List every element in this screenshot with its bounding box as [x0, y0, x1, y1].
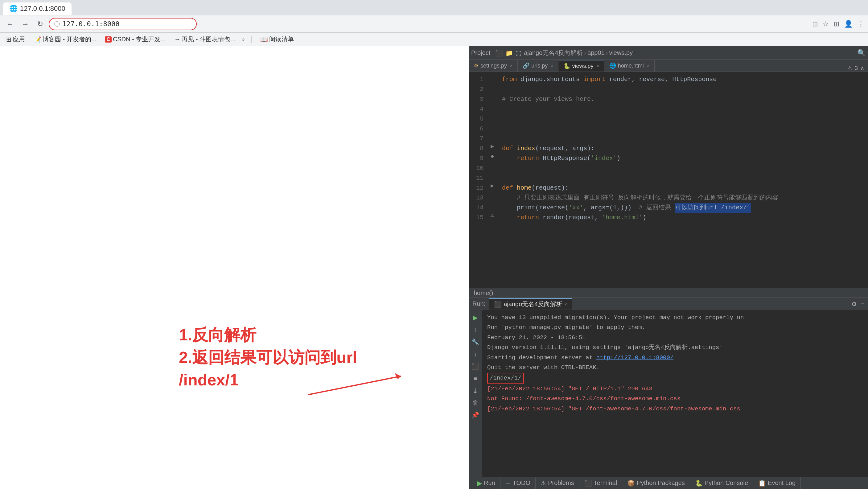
run-scroll-button[interactable]: ⤓ [471, 386, 479, 396]
status-problems[interactable]: ⚠ Problems [536, 477, 579, 489]
bookmark-icon[interactable]: ☆ [823, 20, 829, 28]
run-settings-icon[interactable]: ⚙ [851, 300, 857, 308]
search-icon[interactable]: 🔍 [857, 49, 866, 57]
code-line-13: # 只要正则表达式里面 有正则符号 反向解析的时候，就需要给一个正则符号能够匹配… [497, 193, 868, 203]
editor-tabs: ⚙ settings.py × 🔗 urls.py × 🐍 views.py ×… [469, 60, 868, 72]
run-pin-button[interactable]: 📌 [470, 410, 480, 420]
reload-button[interactable]: ↻ [34, 19, 45, 30]
address-icon: ⓘ [54, 20, 60, 28]
home-icon: 🌐 [609, 62, 616, 69]
packages-icon: 📦 [627, 480, 635, 487]
gutter: ▶ ◆ ▶ ⚠ [487, 72, 497, 288]
ide-breadcrumb: ajango无名4反向解析 › app01 › views.py [524, 49, 633, 57]
tab-views[interactable]: 🐍 views.py × [558, 60, 604, 71]
zaijian-icon: → [174, 36, 180, 43]
profile-icon[interactable]: 👤 [844, 20, 852, 28]
run-up-button[interactable]: ↑ [473, 325, 478, 335]
breadcrumb-file: views.py [609, 49, 633, 56]
status-python-packages[interactable]: 📦 Python Packages [622, 477, 690, 489]
topbar-icon3[interactable]: ⬚ [516, 49, 521, 57]
bookmark-label-3: 再见 - 斗图表情包... [182, 35, 235, 43]
warning-count: 3 [855, 65, 858, 71]
bookmarks-bar: ⊞ 应用 📝 博客园 - 开发者的... C CSDN - 专业开发... → … [0, 33, 868, 46]
tab-favicon: 🌐 [9, 5, 18, 13]
run-line-7: /index/1/ [487, 372, 863, 384]
topbar-icon1[interactable]: ⬛ [495, 49, 503, 57]
run-header: Run: ⬛ ajango无名4反向解析 × ⚙ − [469, 298, 868, 310]
editor-area: 1 2 3 4 5 6 7 8 9 10 11 12 13 14 15 [469, 72, 868, 288]
status-python-console[interactable]: 🐍 Python Console [690, 477, 753, 489]
status-event-log[interactable]: 📋 Event Log [753, 477, 801, 489]
run-line-4: Django version 1.11.11, using settings '… [487, 342, 863, 353]
ide-panel: Project ⬛ 📁 ⬚ ajango无名4反向解析 › app01 › vi… [469, 46, 868, 489]
urls-icon: 🔗 [523, 62, 529, 69]
code-line-11 [497, 173, 868, 183]
run-line-8: [21/Feb/2022 18:56:54] "GET / HTTP/1.1" … [487, 384, 863, 394]
tab-urls[interactable]: 🔗 urls.py × [518, 60, 558, 71]
code-line-12: def home(request): [497, 183, 868, 193]
run-line-9: Not Found: /font-awesome-4.7.0/css/font-… [487, 394, 863, 404]
run-minimize-icon[interactable]: − [861, 300, 864, 307]
topbar-icon2[interactable]: 📁 [505, 49, 513, 57]
code-line-4 [497, 104, 868, 114]
run-stop-button[interactable]: ⬛ [470, 361, 480, 371]
server-link[interactable]: http://127.0.0.1:8000/ [596, 354, 674, 361]
status-terminal[interactable]: ⬛ Terminal [579, 477, 623, 489]
annotation-line1: 1.反向解析 [179, 324, 357, 346]
run-line-10: [21/Feb/2022 18:56:54] "GET /font-awesom… [487, 404, 863, 414]
run-rerun-button[interactable]: ▶ [472, 313, 479, 323]
code-content[interactable]: from django.shortcuts import render, rev… [497, 72, 868, 288]
run-output[interactable]: You have 13 unapplied migration(s). Your… [482, 310, 868, 477]
tab-settings[interactable]: ⚙ settings.py × [469, 60, 518, 71]
address-bar[interactable]: ⓘ 127.0.0.1:8000 [49, 18, 197, 30]
run-settings-btn[interactable]: 🔧 [470, 337, 480, 347]
warning-status-icon: ⚠ [540, 480, 546, 487]
status-console-label: Python Console [705, 480, 748, 487]
code-line-9: return HttpResponse('index') [497, 154, 868, 163]
play-icon: ▶ [477, 480, 482, 487]
status-run[interactable]: ▶ Run [472, 477, 500, 489]
code-line-10 [497, 163, 868, 173]
ide-topbar: Project ⬛ 📁 ⬚ ajango无名4反向解析 › app01 › vi… [469, 46, 868, 60]
bookmark-zaijian[interactable]: → 再见 - 斗图表情包... [172, 34, 238, 45]
run-content-area: ▶ ↑ 🔧 ↓ ⬛ ≡ ⤓ 🗑 📌 You have 13 unapplied … [469, 310, 868, 477]
csdn-icon: C [105, 36, 112, 42]
run-down-button[interactable]: ↓ [473, 349, 478, 359]
browser-chrome: 🌐 127.0.0.1:8000 ← → ↻ ⓘ 127.0.0.1:8000 … [0, 0, 868, 46]
bookmark-csdn[interactable]: C CSDN - 专业开发... [102, 34, 168, 45]
run-line-3: February 21, 2022 - 18:56:51 [487, 333, 863, 342]
run-tab-close[interactable]: × [564, 302, 567, 307]
browser-tab[interactable]: 🌐 127.0.0.1:8000 [3, 2, 71, 15]
back-button[interactable]: ← [4, 19, 16, 30]
list-icon: ☰ [505, 480, 511, 487]
run-tab[interactable]: ⬛ ajango无名4反向解析 × [489, 298, 572, 310]
line-numbers: 1 2 3 4 5 6 7 8 9 10 11 12 13 14 15 [469, 72, 487, 288]
tab-views-close[interactable]: × [596, 63, 599, 68]
code-line-8: def index(request, args): [497, 144, 868, 154]
run-wrap-button[interactable]: ≡ [472, 374, 478, 383]
bookmarks-more[interactable]: » [242, 36, 245, 42]
tab-home[interactable]: 🌐 home.html × [604, 60, 655, 71]
terminal-icon: ⬛ [584, 480, 592, 487]
tab-urls-close[interactable]: × [551, 63, 553, 68]
nav-bar: ← → ↻ ⓘ 127.0.0.1:8000 ⊡ ☆ ⊞ 👤 ⋮ [0, 16, 868, 33]
status-terminal-label: Terminal [594, 480, 617, 487]
forward-button[interactable]: → [19, 19, 31, 30]
bookmark-apps[interactable]: ⊞ 应用 [4, 34, 27, 45]
address-text: 127.0.0.1:8000 [62, 20, 119, 28]
bokeyuan-icon: 📝 [34, 36, 41, 43]
status-log-label: Event Log [768, 480, 796, 487]
menu-icon[interactable]: ⋮ [858, 20, 864, 28]
run-clear-button[interactable]: 🗑 [471, 398, 480, 407]
reading-icon: 📖 [260, 36, 268, 43]
bookmark-reading[interactable]: 📖 阅读清单 [258, 34, 296, 45]
run-label: Run: [472, 300, 485, 307]
tab-home-close[interactable]: × [647, 63, 649, 68]
cast-icon[interactable]: ⊡ [812, 20, 818, 28]
status-todo[interactable]: ☰ TODO [500, 477, 536, 489]
chevron-up[interactable]: ∧ [860, 65, 864, 71]
tab-settings-close[interactable]: × [510, 63, 513, 68]
media-icon[interactable]: ⊞ [834, 20, 839, 28]
bookmark-bokeyuan[interactable]: 📝 博客园 - 开发者的... [31, 34, 99, 45]
breadcrumb-sep2: › [606, 49, 608, 56]
